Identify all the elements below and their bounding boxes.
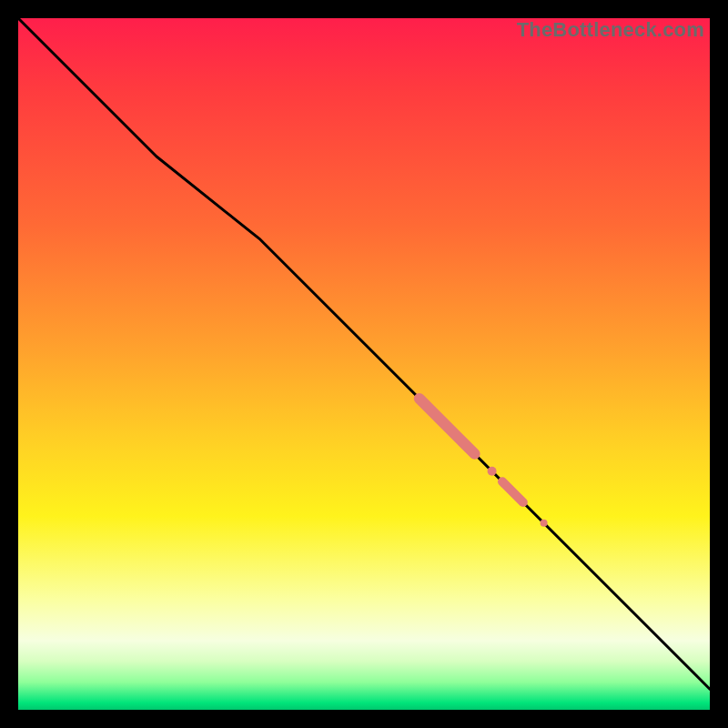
curve-layer [18, 18, 710, 689]
marker-segment-2 [502, 481, 523, 502]
main-curve [18, 18, 710, 689]
chart-frame: TheBottleneck.com [18, 18, 710, 710]
marker-segment-0 [420, 399, 475, 454]
marker-dot-1 [488, 467, 497, 476]
marker-dot-3 [541, 520, 548, 527]
chart-svg [18, 18, 710, 710]
